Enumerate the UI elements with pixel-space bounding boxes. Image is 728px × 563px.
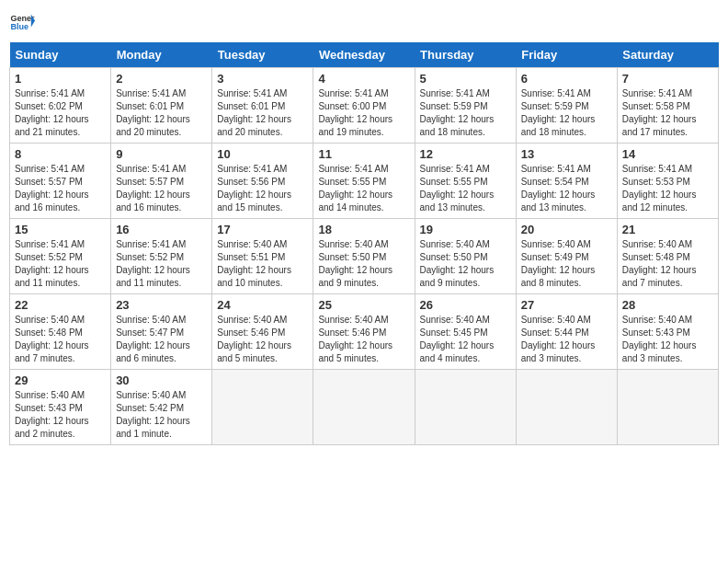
day-number: 16 bbox=[116, 223, 207, 236]
day-number: 20 bbox=[521, 223, 612, 236]
day-detail: Sunrise: 5:41 AM Sunset: 5:54 PM Dayligh… bbox=[521, 163, 612, 214]
calendar-week-1: 1 Sunrise: 5:41 AM Sunset: 6:02 PM Dayli… bbox=[10, 68, 719, 144]
calendar-cell: 11 Sunrise: 5:41 AM Sunset: 5:55 PM Dayl… bbox=[313, 144, 415, 219]
day-detail: Sunrise: 5:41 AM Sunset: 6:02 PM Dayligh… bbox=[15, 87, 106, 139]
day-detail: Sunrise: 5:40 AM Sunset: 5:44 PM Dayligh… bbox=[521, 314, 612, 365]
day-detail: Sunrise: 5:41 AM Sunset: 5:53 PM Dayligh… bbox=[622, 163, 713, 214]
day-number: 4 bbox=[318, 72, 409, 86]
day-number: 9 bbox=[116, 147, 207, 161]
day-detail: Sunrise: 5:40 AM Sunset: 5:50 PM Dayligh… bbox=[318, 238, 409, 290]
calendar-cell: 19 Sunrise: 5:40 AM Sunset: 5:50 PM Dayl… bbox=[415, 219, 516, 294]
calendar-cell: 21 Sunrise: 5:40 AM Sunset: 5:48 PM Dayl… bbox=[617, 219, 718, 294]
calendar-table: SundayMondayTuesdayWednesdayThursdayFrid… bbox=[9, 42, 719, 445]
calendar-cell: 28 Sunrise: 5:40 AM Sunset: 5:43 PM Dayl… bbox=[617, 294, 718, 370]
calendar-cell: 13 Sunrise: 5:41 AM Sunset: 5:54 PM Dayl… bbox=[516, 144, 617, 219]
day-number: 14 bbox=[622, 147, 713, 161]
calendar-cell bbox=[313, 370, 415, 445]
logo: General Blue bbox=[9, 9, 35, 35]
day-number: 26 bbox=[420, 298, 511, 312]
day-number: 1 bbox=[15, 72, 106, 86]
day-detail: Sunrise: 5:41 AM Sunset: 5:58 PM Dayligh… bbox=[622, 87, 713, 139]
calendar-week-5: 29 Sunrise: 5:40 AM Sunset: 5:43 PM Dayl… bbox=[10, 370, 719, 445]
day-number: 6 bbox=[521, 72, 612, 86]
day-detail: Sunrise: 5:41 AM Sunset: 6:01 PM Dayligh… bbox=[116, 87, 207, 139]
day-number: 12 bbox=[420, 147, 511, 161]
day-detail: Sunrise: 5:41 AM Sunset: 6:01 PM Dayligh… bbox=[217, 87, 308, 139]
weekday-header-sunday: Sunday bbox=[10, 42, 111, 68]
day-number: 18 bbox=[318, 223, 409, 236]
calendar-cell: 16 Sunrise: 5:41 AM Sunset: 5:52 PM Dayl… bbox=[111, 219, 212, 294]
calendar-week-3: 15 Sunrise: 5:41 AM Sunset: 5:52 PM Dayl… bbox=[10, 219, 719, 294]
calendar-cell: 15 Sunrise: 5:41 AM Sunset: 5:52 PM Dayl… bbox=[10, 219, 111, 294]
day-detail: Sunrise: 5:41 AM Sunset: 5:52 PM Dayligh… bbox=[15, 238, 106, 290]
day-detail: Sunrise: 5:40 AM Sunset: 5:48 PM Dayligh… bbox=[15, 314, 106, 365]
page-header: General Blue bbox=[9, 9, 719, 35]
calendar-week-4: 22 Sunrise: 5:40 AM Sunset: 5:48 PM Dayl… bbox=[10, 294, 719, 370]
day-detail: Sunrise: 5:40 AM Sunset: 5:51 PM Dayligh… bbox=[217, 238, 308, 290]
day-number: 3 bbox=[217, 72, 308, 86]
calendar-cell: 6 Sunrise: 5:41 AM Sunset: 5:59 PM Dayli… bbox=[516, 68, 617, 144]
weekday-header-row: SundayMondayTuesdayWednesdayThursdayFrid… bbox=[10, 42, 719, 68]
day-number: 21 bbox=[622, 223, 713, 236]
day-detail: Sunrise: 5:40 AM Sunset: 5:50 PM Dayligh… bbox=[420, 238, 511, 290]
day-number: 23 bbox=[116, 298, 207, 312]
day-detail: Sunrise: 5:40 AM Sunset: 5:47 PM Dayligh… bbox=[116, 314, 207, 365]
calendar-cell: 14 Sunrise: 5:41 AM Sunset: 5:53 PM Dayl… bbox=[617, 144, 718, 219]
calendar-cell: 9 Sunrise: 5:41 AM Sunset: 5:57 PM Dayli… bbox=[111, 144, 212, 219]
svg-text:Blue: Blue bbox=[10, 22, 28, 31]
day-number: 13 bbox=[521, 147, 612, 161]
day-number: 5 bbox=[420, 72, 511, 86]
day-detail: Sunrise: 5:41 AM Sunset: 6:00 PM Dayligh… bbox=[318, 87, 409, 139]
weekday-header-wednesday: Wednesday bbox=[313, 42, 415, 68]
day-number: 22 bbox=[15, 298, 106, 312]
day-number: 7 bbox=[622, 72, 713, 86]
weekday-header-friday: Friday bbox=[516, 42, 617, 68]
day-number: 25 bbox=[318, 298, 409, 312]
weekday-header-monday: Monday bbox=[111, 42, 212, 68]
calendar-cell bbox=[617, 370, 718, 445]
calendar-cell bbox=[516, 370, 617, 445]
weekday-header-saturday: Saturday bbox=[617, 42, 718, 68]
calendar-cell bbox=[212, 370, 313, 445]
calendar-cell: 7 Sunrise: 5:41 AM Sunset: 5:58 PM Dayli… bbox=[617, 68, 718, 144]
day-detail: Sunrise: 5:41 AM Sunset: 5:56 PM Dayligh… bbox=[217, 163, 308, 214]
day-detail: Sunrise: 5:40 AM Sunset: 5:49 PM Dayligh… bbox=[521, 238, 612, 290]
day-number: 24 bbox=[217, 298, 308, 312]
calendar-cell: 8 Sunrise: 5:41 AM Sunset: 5:57 PM Dayli… bbox=[10, 144, 111, 219]
calendar-cell: 30 Sunrise: 5:40 AM Sunset: 5:42 PM Dayl… bbox=[111, 370, 212, 445]
day-number: 2 bbox=[116, 72, 207, 86]
calendar-cell: 10 Sunrise: 5:41 AM Sunset: 5:56 PM Dayl… bbox=[212, 144, 313, 219]
calendar-cell: 26 Sunrise: 5:40 AM Sunset: 5:45 PM Dayl… bbox=[415, 294, 516, 370]
calendar-cell: 24 Sunrise: 5:40 AM Sunset: 5:46 PM Dayl… bbox=[212, 294, 313, 370]
day-number: 30 bbox=[116, 373, 207, 387]
day-detail: Sunrise: 5:41 AM Sunset: 5:59 PM Dayligh… bbox=[420, 87, 511, 139]
day-detail: Sunrise: 5:40 AM Sunset: 5:43 PM Dayligh… bbox=[15, 389, 106, 441]
calendar-cell: 18 Sunrise: 5:40 AM Sunset: 5:50 PM Dayl… bbox=[313, 219, 415, 294]
calendar-cell: 12 Sunrise: 5:41 AM Sunset: 5:55 PM Dayl… bbox=[415, 144, 516, 219]
day-detail: Sunrise: 5:41 AM Sunset: 5:59 PM Dayligh… bbox=[521, 87, 612, 139]
calendar-cell: 5 Sunrise: 5:41 AM Sunset: 5:59 PM Dayli… bbox=[415, 68, 516, 144]
day-number: 10 bbox=[217, 147, 308, 161]
calendar-cell: 2 Sunrise: 5:41 AM Sunset: 6:01 PM Dayli… bbox=[111, 68, 212, 144]
day-number: 19 bbox=[420, 223, 511, 236]
weekday-header-thursday: Thursday bbox=[415, 42, 516, 68]
calendar-week-2: 8 Sunrise: 5:41 AM Sunset: 5:57 PM Dayli… bbox=[10, 144, 719, 219]
calendar-cell: 3 Sunrise: 5:41 AM Sunset: 6:01 PM Dayli… bbox=[212, 68, 313, 144]
day-detail: Sunrise: 5:40 AM Sunset: 5:43 PM Dayligh… bbox=[622, 314, 713, 365]
calendar-cell: 4 Sunrise: 5:41 AM Sunset: 6:00 PM Dayli… bbox=[313, 68, 415, 144]
day-number: 17 bbox=[217, 223, 308, 236]
calendar-cell: 27 Sunrise: 5:40 AM Sunset: 5:44 PM Dayl… bbox=[516, 294, 617, 370]
day-number: 27 bbox=[521, 298, 612, 312]
calendar-cell: 25 Sunrise: 5:40 AM Sunset: 5:46 PM Dayl… bbox=[313, 294, 415, 370]
calendar-cell: 23 Sunrise: 5:40 AM Sunset: 5:47 PM Dayl… bbox=[111, 294, 212, 370]
weekday-header-tuesday: Tuesday bbox=[212, 42, 313, 68]
day-number: 15 bbox=[15, 223, 106, 236]
calendar-cell bbox=[415, 370, 516, 445]
day-number: 8 bbox=[15, 147, 106, 161]
day-detail: Sunrise: 5:41 AM Sunset: 5:52 PM Dayligh… bbox=[116, 238, 207, 290]
day-detail: Sunrise: 5:40 AM Sunset: 5:46 PM Dayligh… bbox=[217, 314, 308, 365]
day-number: 29 bbox=[15, 373, 106, 387]
day-detail: Sunrise: 5:41 AM Sunset: 5:57 PM Dayligh… bbox=[116, 163, 207, 214]
calendar-cell: 29 Sunrise: 5:40 AM Sunset: 5:43 PM Dayl… bbox=[10, 370, 111, 445]
day-detail: Sunrise: 5:40 AM Sunset: 5:46 PM Dayligh… bbox=[318, 314, 409, 365]
